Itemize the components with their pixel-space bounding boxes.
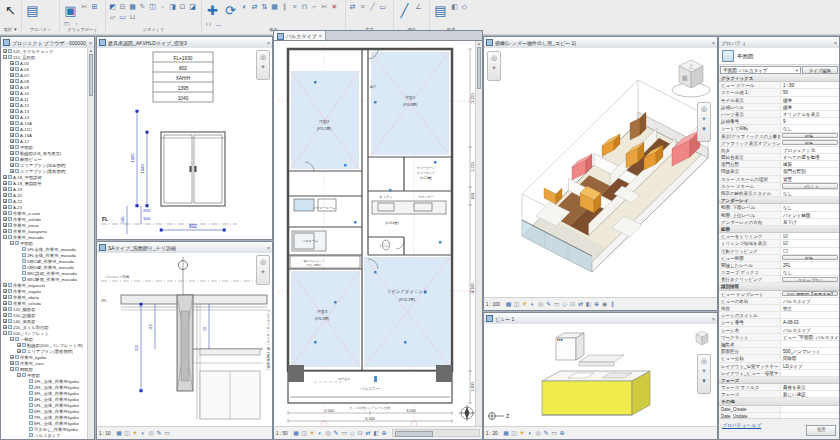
tree-expand-icon[interactable]: + [10,91,14,95]
property-value[interactable] [781,370,839,376]
tree-expand-icon[interactable]: + [17,349,21,353]
property-value[interactable]: オリジナルを表示 [781,111,839,117]
property-value[interactable]: バルカタイプ [781,327,839,333]
property-value[interactable]: 最後を表示 [781,384,839,390]
tree-expand-icon[interactable]: − [10,367,14,371]
rotate-icon[interactable]: ⟳ [222,2,239,19]
property-value[interactable]: 独立 [781,305,839,311]
viewbar-icon[interactable]: ▭ [341,428,348,439]
tree-expand-icon[interactable]: + [3,199,7,203]
tree-expand-icon[interactable]: + [10,151,14,155]
tree-expand-icon[interactable]: + [10,127,14,131]
navigation-bar-secondary[interactable]: ◎ ⌖ [487,51,501,81]
tree-item[interactable]: バルカタイプ [1,438,88,439]
browser-scrollbar[interactable]: ▲ [87,48,94,439]
override-icon[interactable]: ≡ [358,2,367,11]
view-scale[interactable]: 1 : 20 [486,431,498,436]
viewbar-icon[interactable]: ◎ [535,428,542,439]
offset-icon[interactable]: ⇄ [250,2,259,11]
steering-wheel-icon[interactable]: ◎ [701,104,707,113]
property-value[interactable]: バインド解除 [781,212,839,218]
property-value[interactable]: 編集... [782,133,838,138]
tree-expand-icon[interactable] [17,247,21,251]
close-icon[interactable]: × [267,38,270,48]
zoom-icon[interactable]: ⌖ [261,62,265,71]
property-value[interactable]: 編集... [782,255,838,260]
property-value[interactable]: なし [781,190,839,196]
trim-icon[interactable]: ⊓ [300,2,309,11]
viewbar-icon[interactable]: ◧ [373,428,380,439]
viewbar-icon[interactable]: ⊕ [593,299,600,310]
tree-expand-icon[interactable]: + [17,343,21,347]
viewbar-icon[interactable]: ▭ [551,428,558,439]
tree-expand-icon[interactable]: + [10,67,14,71]
tree-expand-icon[interactable]: + [3,307,7,311]
property-value[interactable]: 編集... [782,140,838,145]
ribbon-group-label[interactable]: 選択 ▼ [0,26,21,33]
tree-expand-icon[interactable]: + [3,223,7,227]
cope-icon[interactable]: ◩ [108,2,117,11]
property-value[interactable]: なし [781,269,839,275]
plan-vertical-scrollbar[interactable]: ▲ [475,41,482,427]
property-value[interactable]: ☑ [781,233,839,239]
viewbar-icon[interactable]: ◎ [325,428,332,439]
type-selector-combo[interactable]: 平面図: バルカタイプ ▾ [720,66,801,74]
split-face-icon[interactable]: ◫ [148,2,157,11]
zoom-icon[interactable]: ⌖ [492,63,496,72]
zoom-icon[interactable]: ⌖ [702,366,706,375]
hide-icon[interactable]: ⇄ [348,2,357,11]
angle-icon[interactable]: ∠ [414,2,423,11]
apply-button[interactable]: 適用 [806,425,836,436]
viewbar-icon[interactable]: ☀ [132,428,139,439]
tree-expand-icon[interactable]: + [3,205,7,209]
viewcube[interactable]: 上 前 [669,52,713,100]
demolish-icon[interactable]: ▫ [158,2,167,11]
property-value[interactable]: なし [781,204,839,210]
view1-canvas[interactable]: Z ◎ ⌖ ▾ [484,324,717,427]
tree-expand-icon[interactable]: + [3,313,7,317]
scroll-up-icon[interactable]: ▲ [477,41,481,46]
tree-expand-icon[interactable]: − [10,241,14,245]
tree-expand-icon[interactable]: + [3,301,7,305]
tree-expand-icon[interactable]: + [3,181,7,185]
tree-expand-icon[interactable]: − [10,337,14,341]
tree-expand-icon[interactable]: + [3,319,7,323]
opening-icon[interactable]: ▭ [118,12,127,21]
tree-expand-icon[interactable] [17,271,21,275]
copy-icon[interactable]: ⊞ [90,2,99,11]
zoom-icon[interactable]: ⌖ [261,267,265,276]
section-canvas[interactable]: バルコニー天端 2FL 550 110 50 [97,253,272,427]
cut-geometry-icon[interactable]: ⊟ [118,2,127,11]
viewbar-icon[interactable]: ✎ [545,299,552,310]
property-value[interactable]: 標準 [781,97,839,103]
tree-expand-icon[interactable]: + [3,295,7,299]
viewbar-icon[interactable]: ◐ [529,299,536,310]
navigation-bar[interactable]: ◎ ⌖ ▾ [697,102,711,142]
close-icon[interactable]: × [319,33,322,39]
property-value[interactable]: ☑ [781,240,839,246]
viewbar-icon[interactable]: ◫ [301,428,308,439]
zoom-icon[interactable]: ⌖ [702,114,706,123]
similar-icon[interactable]: ◇ [460,2,469,11]
scroll-up-icon[interactable]: ▲ [89,48,93,53]
property-value[interactable]: A-08-01 [781,319,839,325]
tree-expand-icon[interactable] [24,409,28,413]
delete-icon[interactable]: ✕ [330,2,339,11]
split-element-icon[interactable]: ✂ [320,2,329,11]
cut-icon[interactable]: ✂ [80,2,89,11]
tree-expand-icon[interactable]: + [10,103,14,107]
align-icon[interactable]: ∥ [280,2,289,11]
assembly-icon[interactable]: ◧ [450,2,459,11]
tree-expand-icon[interactable]: + [3,325,7,329]
ribbon-group-label[interactable]: クリップボード [60,26,105,33]
view-scale[interactable]: 1 : 10 [99,431,111,436]
tree-expand-icon[interactable]: + [10,169,14,173]
viewbar-icon[interactable]: ⊕ [381,428,388,439]
viewbar-icon[interactable]: ✎ [333,428,340,439]
property-value[interactable]: ☐ [781,248,839,254]
close-icon[interactable]: × [267,243,270,253]
viewbar-icon[interactable]: ▦ [293,428,300,439]
viewbar-icon[interactable]: ▦ [505,299,512,310]
tree-expand-icon[interactable]: + [10,97,14,101]
property-value[interactable]: バルカタイプ [781,298,839,304]
